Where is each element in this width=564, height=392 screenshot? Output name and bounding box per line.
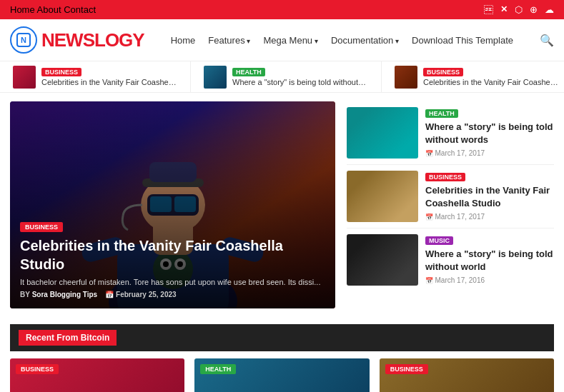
side-post-badge-1: HEALTH (425, 109, 458, 118)
recent-section: Recent From Bitcoin BUSINESS HEALTH BUSI… (0, 317, 564, 392)
side-post-image-1 (347, 107, 418, 159)
side-post-info-1: HEALTH Where a "story" is being told wit… (425, 107, 554, 157)
side-post-title-1: Where a "story" is being told without wo… (425, 121, 554, 146)
ticker-info-1: BUSINESS Celebrities in the Vanity Fair … (41, 68, 177, 86)
top-nav-home[interactable]: Home (10, 4, 35, 15)
ticker-image-2 (204, 66, 227, 89)
site-header: N NEWSLOGY Home Features Mega Menu Docum… (0, 19, 564, 61)
recent-card-badge-3: BUSINESS (385, 364, 428, 374)
ticker-text-3: Celebrities in the Vanity Fair Coashella… (423, 78, 559, 86)
news-ticker: BUSINESS Celebrities in the Vanity Fair … (0, 61, 564, 93)
recent-card-3[interactable]: BUSINESS (380, 358, 554, 392)
ticker-info-2: HEALTH Where a "story" is being told wit… (232, 68, 368, 86)
ticker-text-2: Where a "story" is being told without wo… (232, 78, 368, 86)
x-twitter-icon[interactable]: ✕ (500, 4, 508, 15)
ticker-badge-1: BUSINESS (41, 68, 81, 76)
side-posts-list: HEALTH Where a "story" is being told wit… (335, 101, 554, 308)
site-logo[interactable]: N NEWSLOGY (10, 26, 144, 54)
side-post-date-1: March 17, 2017 (425, 149, 554, 157)
featured-post[interactable]: BUSINESS Celebrities in the Vanity Fair … (10, 101, 335, 308)
recent-card-badge-2: HEALTH (200, 364, 236, 374)
featured-badge: BUSINESS (20, 222, 63, 232)
ticker-text-1: Celebrities in the Vanity Fair Coashella… (41, 78, 177, 86)
side-post-image-3 (347, 234, 418, 286)
nav-download-template[interactable]: Download This Template (412, 35, 513, 46)
side-post-2[interactable]: BUSINESS Celebrities in the Vanity Fair … (347, 165, 554, 228)
featured-meta: BY Sora Blogging Tips 📅 February 25, 202… (20, 291, 325, 298)
social-icons:  ✕ ⬡ ⊕ ☁ (484, 4, 554, 15)
side-post-title-2: Celebrities in the Vanity Fair Coashella… (425, 184, 554, 210)
ticker-item-2[interactable]: HEALTH Where a "story" is being told wit… (191, 61, 382, 92)
ticker-item-3[interactable]: BUSINESS Celebrities in the Vanity Fair … (382, 61, 564, 92)
recent-cards-grid: BUSINESS HEALTH BUSINESS (10, 358, 554, 392)
featured-post-overlay: BUSINESS Celebrities in the Vanity Fair … (10, 211, 335, 308)
featured-by-label: BY (20, 291, 30, 298)
instagram-icon[interactable]: ⬡ (515, 4, 523, 15)
featured-title: Celebrities in the Vanity Fair Coashella… (20, 236, 325, 273)
recent-card-1[interactable]: BUSINESS (10, 358, 184, 392)
top-nav-links: Home About Contact (10, 4, 96, 15)
side-post-1[interactable]: HEALTH Where a "story" is being told wit… (347, 101, 554, 165)
side-post-date-3: March 17, 2016 (425, 276, 554, 284)
ticker-item-1[interactable]: BUSINESS Celebrities in the Vanity Fair … (0, 61, 191, 92)
ticker-badge-2: HEALTH (232, 68, 265, 76)
skype-icon[interactable]: ☁ (545, 4, 554, 15)
side-post-badge-2: BUSINESS (425, 173, 465, 181)
top-nav-contact[interactable]: Contact (64, 4, 96, 15)
top-navigation: Home About Contact  ✕ ⬡ ⊕ ☁ (0, 0, 564, 19)
main-navigation: Home Features Mega Menu Documentation Do… (171, 35, 513, 46)
side-post-info-2: BUSINESS Celebrities in the Vanity Fair … (425, 171, 554, 221)
main-content-area: BUSINESS Celebrities in the Vanity Fair … (0, 93, 564, 317)
side-post-title-3: Where a "story" is being told without wo… (425, 248, 554, 273)
featured-excerpt: It bachelor cheerful of mistaken. Tore h… (20, 278, 325, 286)
ticker-image-1 (13, 66, 36, 89)
nav-home[interactable]: Home (171, 35, 196, 46)
top-nav-about[interactable]: About (37, 4, 61, 15)
side-post-badge-3: MUSIC (425, 236, 453, 245)
pinterest-icon[interactable]: ⊕ (530, 4, 538, 15)
featured-author[interactable]: Sora Blogging Tips (32, 291, 97, 298)
search-icon[interactable]: 🔍 (540, 34, 554, 47)
featured-date-icon: 📅 (105, 291, 114, 298)
ticker-image-3 (395, 66, 417, 89)
recent-section-label: Recent From Bitcoin (19, 330, 117, 346)
svg-text:N: N (21, 36, 26, 44)
logo-text: NEWSLOGY (41, 29, 144, 51)
recent-card-2[interactable]: HEALTH (194, 358, 369, 392)
ticker-info-3: BUSINESS Celebrities in the Vanity Fair … (423, 68, 559, 86)
recent-card-badge-1: BUSINESS (16, 364, 59, 374)
featured-date: February 25, 2023 (116, 291, 177, 298)
side-post-image-2 (347, 171, 418, 222)
nav-documentation[interactable]: Documentation (331, 35, 399, 46)
side-post-3[interactable]: MUSIC Where a "story" is being told with… (347, 228, 554, 291)
facebook-icon[interactable]:  (484, 4, 493, 15)
recent-header: Recent From Bitcoin (10, 324, 554, 351)
nav-features[interactable]: Features (208, 35, 250, 46)
nav-mega-menu[interactable]: Mega Menu (263, 35, 317, 46)
side-post-date-2: March 17, 2017 (425, 213, 554, 221)
side-post-info-3: MUSIC Where a "story" is being told with… (425, 234, 554, 284)
logo-icon: N (10, 26, 37, 54)
ticker-badge-3: BUSINESS (423, 68, 463, 76)
